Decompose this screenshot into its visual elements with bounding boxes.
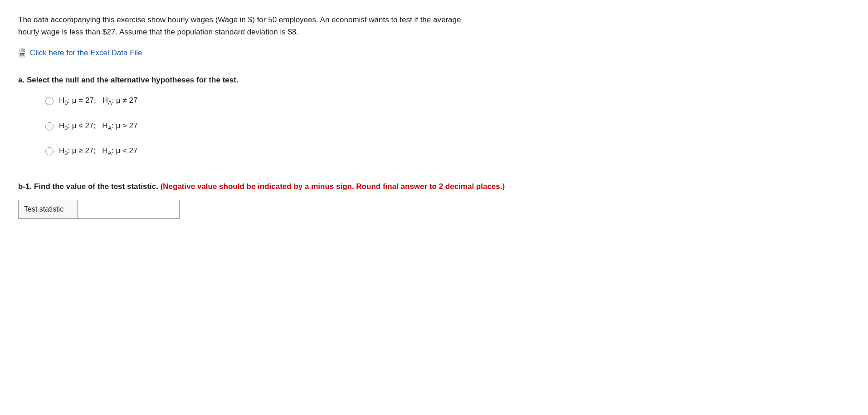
test-statistic-input-cell[interactable] <box>78 200 180 219</box>
radio-button-1[interactable] <box>45 97 54 105</box>
hypothesis-option-1[interactable]: H0: μ = 27; HA: μ ≠ 27 <box>45 95 850 107</box>
test-statistic-input[interactable] <box>83 205 174 213</box>
test-statistic-table: Test statistic <box>18 200 180 219</box>
excel-link[interactable]: XLS Click here for the Excel Data File <box>18 47 142 59</box>
excel-link-label: Click here for the Excel Data File <box>30 47 142 59</box>
test-statistic-row: Test statistic <box>19 200 180 219</box>
section-a-heading: a. Select the null and the alternative h… <box>18 74 850 86</box>
intro-line1: The data accompanying this exercise show… <box>18 15 461 24</box>
svg-text:XLS: XLS <box>20 53 26 56</box>
hypothesis-text-2: H0: μ ≤ 27; HA: μ > 27 <box>59 120 138 133</box>
radio-button-2[interactable] <box>45 122 54 130</box>
section-b1: b-1. Find the value of the test statisti… <box>18 180 850 219</box>
b1-question: b-1. Find the value of the test statisti… <box>18 180 850 193</box>
excel-doc-icon: XLS <box>18 48 27 58</box>
intro-paragraph: The data accompanying this exercise show… <box>18 14 850 38</box>
b1-label-bold: b-1. Find the value of the test statisti… <box>18 182 158 191</box>
b1-instruction-red: (Negative value should be indicated by a… <box>161 182 505 191</box>
hypothesis-text-3: H0: μ ≥ 27; HA: μ < 27 <box>59 145 138 158</box>
hypothesis-option-3[interactable]: H0: μ ≥ 27; HA: μ < 27 <box>45 145 850 158</box>
radio-button-3[interactable] <box>45 147 54 155</box>
section-a-question: Select the null and the alternative hypo… <box>27 76 239 84</box>
hypothesis-text-1: H0: μ = 27; HA: μ ≠ 27 <box>59 95 138 107</box>
intro-line2: hourly wage is less than $27. Assume tha… <box>18 28 298 36</box>
test-statistic-label: Test statistic <box>19 200 78 219</box>
section-a: a. Select the null and the alternative h… <box>18 74 850 158</box>
hypothesis-radio-group: H0: μ = 27; HA: μ ≠ 27 H0: μ ≤ 27; HA: μ… <box>45 95 850 158</box>
section-a-label: a. <box>18 76 24 84</box>
hypothesis-option-2[interactable]: H0: μ ≤ 27; HA: μ > 27 <box>45 120 850 133</box>
